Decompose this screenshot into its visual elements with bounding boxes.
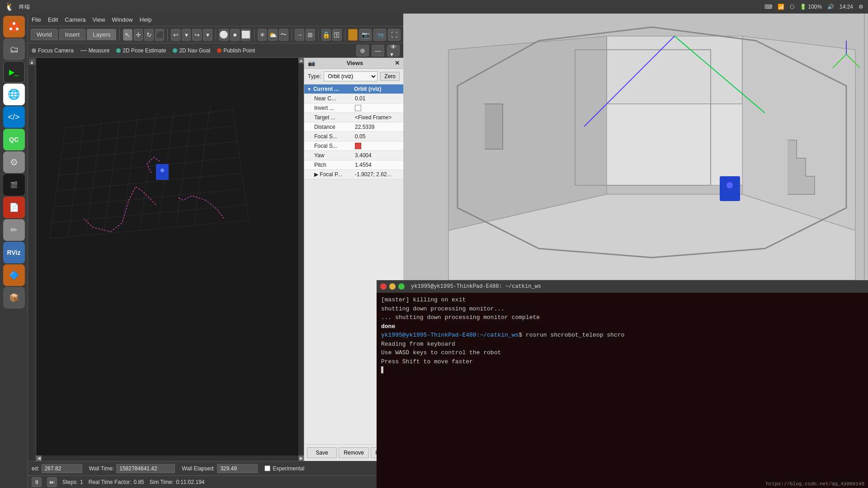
sidebar-vscode-icon[interactable]: </>	[3, 106, 25, 128]
arrow-btn[interactable]: →	[295, 29, 304, 41]
table-row: Target ... <Fixed Frame>	[304, 113, 403, 122]
wall-elapsed-input[interactable]: 329.49	[217, 464, 258, 473]
circle-btn[interactable]: ●	[230, 29, 240, 41]
table-row: Yaw 3.4004	[304, 151, 403, 160]
term-line-7: Use WASD keys to control the robot	[381, 348, 863, 357]
sidebar-ubuntu-icon[interactable]	[3, 16, 25, 38]
menu-camera[interactable]: Camera	[65, 16, 85, 23]
wall-time-input[interactable]: 1582784641.42	[116, 464, 175, 473]
minus-view-btn[interactable]: —	[372, 45, 384, 56]
term-line-5: yk1995@yk1995-ThinkPad-E480:~/catkin_ws$…	[381, 331, 863, 340]
redo-btn[interactable]: ↪	[192, 29, 202, 41]
terminal-title: yk1995@yk1995-ThinkPad-E480: ~/catkin_ws	[411, 283, 541, 290]
term-line-2: shutting down processing monitor...	[381, 305, 863, 314]
views-close-btn[interactable]: ✕	[395, 60, 400, 66]
scroll-bottom-left[interactable]: ◀	[36, 455, 42, 461]
menu-window[interactable]: Window	[112, 16, 133, 23]
step-fwd-btn[interactable]: ⏭	[47, 477, 57, 487]
experimental-checkbox[interactable]	[264, 465, 270, 471]
publish-point-tool[interactable]: Publish Point	[217, 47, 255, 54]
term-line-6: Reading from keyboard	[381, 340, 863, 349]
svg-point-3	[16, 28, 19, 30]
2d-nav-tool[interactable]: 2D Nav Goal	[173, 47, 210, 54]
bottom-scrollbar[interactable]: ◀ ▶	[36, 455, 304, 461]
sidebar-files-icon[interactable]: 🗂	[3, 38, 25, 60]
sidebar-more-icon[interactable]: 📦	[3, 287, 25, 309]
table-row: Pitch 1.4554	[304, 160, 403, 170]
terminal-maximize-btn[interactable]	[398, 283, 405, 290]
undo-drop-btn[interactable]: ▾	[182, 29, 191, 41]
tab-world[interactable]: World	[31, 29, 58, 40]
move-tool-btn[interactable]: ✛	[134, 29, 143, 41]
views-save-btn[interactable]: Save	[307, 447, 337, 458]
select-tool-btn[interactable]: ↖	[123, 29, 132, 41]
pause-btn[interactable]: ⏸	[32, 477, 42, 487]
sidebar-qt-icon[interactable]: QC	[3, 129, 25, 150]
menu-edit[interactable]: Edit	[48, 16, 58, 23]
wave-btn[interactable]: 〜	[279, 29, 288, 41]
sidebar-zathura-icon[interactable]: 📄	[3, 197, 25, 218]
sidebar-video-icon[interactable]: 🎬	[3, 174, 25, 196]
table-row: Distance 22.5339	[304, 122, 403, 132]
undo-btn[interactable]: ↩	[171, 29, 180, 41]
svg-point-24	[160, 169, 164, 172]
views-table-header: ▼ Current ... Orbit (rviz)	[304, 84, 403, 94]
right-3d-panel[interactable]	[403, 14, 868, 280]
box-btn[interactable]: ⬜	[241, 29, 251, 41]
cloud-btn[interactable]: ⛅	[268, 29, 278, 41]
menu-file[interactable]: File	[32, 16, 41, 23]
measure-tool[interactable]: Measure	[80, 47, 110, 54]
terminal-window[interactable]: yk1995@yk1995-ThinkPad-E480: ~/catkin_ws…	[377, 280, 868, 488]
right-scrollbar[interactable]: ▲ ▼	[298, 58, 304, 461]
screenshot-btn[interactable]: 📷	[359, 29, 372, 41]
menu-help[interactable]: Help	[140, 16, 152, 23]
scale-tool-btn[interactable]: ⬛	[155, 29, 165, 41]
scroll-up[interactable]: ▲	[29, 59, 35, 65]
video-btn[interactable]: 📹	[373, 29, 386, 41]
ubuntu-icon[interactable]: 🐧	[5, 2, 14, 12]
redo-drop-btn[interactable]: ▾	[203, 29, 212, 41]
volume-icon: 🔊	[827, 4, 834, 10]
menu-view[interactable]: View	[93, 16, 105, 23]
crosshair-btn[interactable]: ⊕	[356, 45, 369, 56]
battery-indicator: 🔋 100%	[800, 4, 822, 10]
rotate-tool-btn[interactable]: ↻	[144, 29, 154, 41]
views-zero-btn[interactable]: Zero	[380, 72, 400, 81]
table-row: Near C... 0.01	[304, 94, 403, 103]
left-panel: ▲	[28, 58, 36, 461]
terminal-content[interactable]: [master] killing on exit shutting down p…	[377, 293, 868, 378]
eye-btn[interactable]: 👁 ▾	[387, 45, 400, 56]
ed-input[interactable]: 267.82	[42, 464, 82, 473]
sidebar-gazebo-icon[interactable]: 🔷	[3, 264, 25, 286]
views-remove-btn[interactable]: Remove	[339, 447, 368, 458]
sidebar-settings-icon[interactable]: ⚙	[3, 151, 25, 173]
sphere-btn[interactable]: ⚪	[219, 29, 229, 41]
term-line-8: Press Shift to move faster	[381, 357, 863, 366]
sidebar-text-icon[interactable]: ✏	[3, 219, 25, 241]
fullscreen-btn[interactable]: ⛶	[388, 29, 401, 41]
terminal-minimize-btn[interactable]	[389, 283, 396, 290]
orange-btn[interactable]	[348, 29, 358, 41]
sidebar-terminal-icon[interactable]: ▶_	[3, 61, 25, 83]
focal-checkbox[interactable]	[355, 143, 361, 149]
cylinder-btn[interactable]: ⚿	[332, 29, 342, 41]
grid-btn[interactable]: ⊞	[306, 29, 315, 41]
table-row: Focal S...	[304, 141, 403, 151]
settings-icon[interactable]: ⚙	[859, 4, 863, 10]
views-type-select[interactable]: Orbit (rviz)	[324, 71, 377, 81]
toolbar-separator6	[318, 29, 319, 41]
invert-checkbox[interactable]	[355, 105, 361, 111]
sidebar-chrome-icon[interactable]: 🌐	[3, 84, 25, 105]
sidebar: 🗂 ▶_ 🌐 </> QC ⚙ 🎬 📄 ✏ RViz 🔷 📦	[0, 14, 28, 488]
scroll-right-up[interactable]: ▲	[298, 58, 304, 63]
tab-insert[interactable]: Insert	[59, 29, 86, 40]
sun-btn[interactable]: ☀	[258, 29, 267, 41]
tab-layers[interactable]: Layers	[87, 29, 116, 40]
sidebar-rviz-icon[interactable]: RViz	[3, 242, 25, 263]
lock-btn[interactable]: 🔒	[321, 29, 331, 41]
terminal-close-btn[interactable]	[380, 283, 387, 290]
focus-camera-tool[interactable]: Focus Camera	[32, 47, 74, 54]
scroll-bottom-right[interactable]: ▶	[298, 455, 304, 461]
2d-pose-tool[interactable]: 2D Pose Estimate	[116, 47, 166, 54]
viewport[interactable]: ▲ ▼ ◀ ▶	[36, 58, 304, 461]
